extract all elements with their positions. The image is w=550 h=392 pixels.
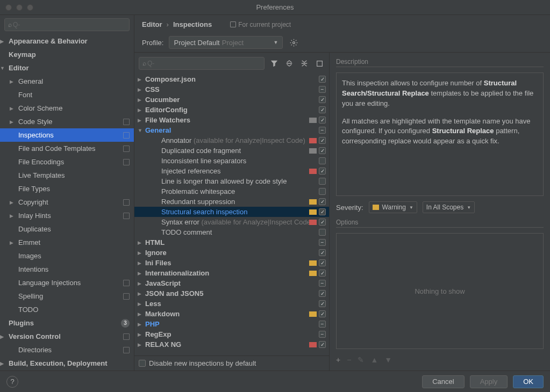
move-up-icon[interactable]: ▲ [370,355,378,364]
inspection-checkbox[interactable] [319,270,326,277]
sidebar-item[interactable]: Spelling [0,289,134,303]
inspection-checkbox[interactable] [319,331,326,338]
inspection-checkbox[interactable] [319,341,326,348]
sidebar-item[interactable]: Directories [0,343,134,357]
profile-select[interactable]: Project Default Project ▼ [169,36,283,49]
inspection-category[interactable]: ▶CSS [134,84,329,95]
inspection-item[interactable]: Structural search inspection [134,207,329,217]
inspection-checkbox[interactable] [319,259,326,266]
settings-tree[interactable]: ▶Appearance & BehaviorKeymap▼Editor▶Gene… [0,34,134,371]
sidebar-item[interactable]: Images [0,249,134,263]
inspection-category[interactable]: ▶RegExp [134,329,329,339]
collapse-all-icon[interactable] [299,58,310,69]
sidebar-item[interactable]: File Encodings [0,155,134,169]
inspection-checkbox[interactable] [319,178,326,185]
inspection-item[interactable]: Syntax error (available for Analyze|Insp… [134,217,329,227]
inspection-item[interactable]: Redundant suppression [134,197,329,207]
close-icon[interactable] [5,4,12,11]
inspection-checkbox[interactable] [319,188,326,195]
edit-icon[interactable]: ✎ [358,355,364,364]
move-down-icon[interactable]: ▼ [384,355,392,364]
inspection-checkbox[interactable] [319,280,326,287]
inspection-checkbox[interactable] [319,127,326,134]
sidebar-item[interactable]: ▶General [0,75,134,88]
inspection-checkbox[interactable] [319,229,326,236]
sidebar-item[interactable]: ▶Code Style [0,115,134,128]
sidebar-item[interactable]: ▼Editor [0,61,134,75]
inspection-checkbox[interactable] [319,117,326,124]
inspection-item[interactable]: TODO comment [134,227,329,237]
sidebar-item[interactable]: Intentions [0,263,134,276]
inspection-item[interactable]: Annotator (available for Analyze|Inspect… [134,135,329,146]
inspection-checkbox[interactable] [319,219,326,226]
sidebar-item[interactable]: ▶Version Control [0,330,134,343]
reset-icon[interactable] [314,58,325,69]
inspection-item[interactable]: Duplicated code fragment [134,146,329,156]
sidebar-item[interactable]: Duplicates [0,222,134,236]
ok-button[interactable]: OK [513,375,544,388]
minimize-icon[interactable] [16,4,23,11]
inspection-category[interactable]: ▶PHP [134,319,329,329]
inspection-category[interactable]: ▶Cucumber [134,95,329,105]
sidebar-item[interactable]: Inspections [0,128,134,142]
inspection-checkbox[interactable] [319,321,326,328]
inspection-category[interactable]: ▶Ignore [134,248,329,258]
help-button[interactable]: ? [6,376,18,388]
inspection-checkbox[interactable] [319,147,326,154]
inspection-item[interactable]: Problematic whitespace [134,186,329,197]
sidebar-item[interactable]: ▶Copyright [0,195,134,209]
inspection-item[interactable]: Line is longer than allowed by code styl… [134,176,329,186]
inspection-category[interactable]: ▶HTML [134,237,329,248]
maximize-icon[interactable] [27,4,33,11]
cancel-button[interactable]: Cancel [422,375,464,388]
severity-select[interactable]: Warning ▼ [369,201,417,213]
inspection-category[interactable]: ▶Less [134,299,329,309]
inspection-category[interactable]: ▶RELAX NG [134,339,329,350]
expand-all-icon[interactable] [284,58,295,69]
window-controls[interactable] [5,4,33,11]
inspection-search-input[interactable]: ⌕ Q- [139,57,265,70]
inspection-category[interactable]: ▶Ini Files [134,258,329,268]
inspection-checkbox[interactable] [319,157,326,164]
inspections-tree[interactable]: ▶Composer.json▶CSS▶Cucumber▶EditorConfig… [134,74,329,355]
inspection-checkbox[interactable] [319,249,326,256]
sidebar-item[interactable]: ▶Emmet [0,236,134,249]
inspection-checkbox[interactable] [319,168,326,175]
sidebar-item[interactable]: ▶Build, Execution, Deployment [0,357,134,370]
sidebar-item[interactable]: Keymap [0,48,134,61]
inspection-checkbox[interactable] [319,137,326,144]
inspection-item[interactable]: Inconsistent line separators [134,156,329,166]
add-icon[interactable]: + [336,355,340,364]
sidebar-search-input[interactable]: ⌕ Q- [4,18,130,31]
inspection-category[interactable]: ▶JSON and JSON5 [134,288,329,299]
sidebar-item[interactable]: TODO [0,303,134,316]
sidebar-item[interactable]: File and Code Templates [0,142,134,155]
inspection-checkbox[interactable] [319,300,326,307]
inspection-category[interactable]: ▶Internationalization [134,268,329,278]
inspection-category[interactable]: ▶File Watchers [134,115,329,125]
inspection-category[interactable]: ▼General [134,125,329,135]
filter-icon[interactable] [269,58,280,69]
inspection-category[interactable]: ▶Composer.json [134,74,329,84]
inspection-checkbox[interactable] [319,310,326,317]
inspection-checkbox[interactable] [319,86,326,93]
sidebar-item[interactable]: Font [0,88,134,101]
disable-new-checkbox[interactable] [139,360,146,367]
gear-icon[interactable] [288,37,299,48]
sidebar-item[interactable]: File Types [0,182,134,195]
sidebar-item[interactable]: ▶Inlay Hints [0,209,134,222]
inspection-checkbox[interactable] [319,106,326,113]
sidebar-item[interactable]: Language Injections [0,276,134,289]
inspection-checkbox[interactable] [319,239,326,246]
sidebar-item[interactable]: Plugins3 [0,316,134,330]
inspection-checkbox[interactable] [319,96,326,103]
apply-button[interactable]: Apply [470,375,508,388]
remove-icon[interactable]: − [347,355,351,364]
sidebar-item[interactable]: ▶Color Scheme [0,101,134,115]
inspection-checkbox[interactable] [319,290,326,297]
inspection-checkbox[interactable] [319,198,326,205]
sidebar-item[interactable]: Live Templates [0,169,134,182]
inspection-category[interactable]: ▶Markdown [134,309,329,319]
inspection-checkbox[interactable] [319,208,326,215]
scope-select[interactable]: In All Scopes ▼ [423,201,475,213]
